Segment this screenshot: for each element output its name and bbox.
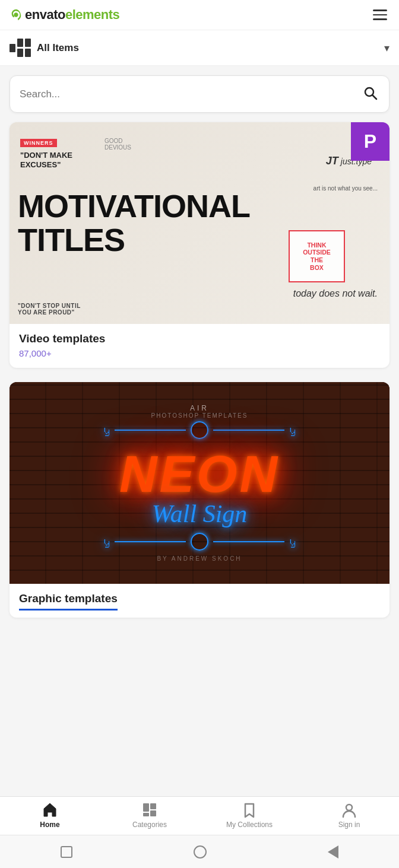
page-wrapper: envatoelements: [0, 0, 399, 724]
nav-my-collections-label: My Collections: [226, 821, 273, 829]
neon-curves-bottom: ꭚ ꭚ: [103, 533, 296, 551]
content-area: WINNERS "DON'T MAKEEXCUSES" Motivational…: [0, 122, 399, 691]
video-templates-title: Video templates: [19, 332, 380, 345]
menu-button[interactable]: [370, 7, 390, 23]
home-icon: [42, 802, 58, 818]
hamburger-line-2: [373, 14, 387, 16]
nav-categories-label: Categories: [132, 821, 167, 829]
bookmark-icon: [241, 802, 258, 818]
nav-home[interactable]: Home: [0, 802, 100, 829]
graphic-templates-image: AIR PHOTOSHOP TEMPLATES ꭚ ꭚ NEON Wal: [10, 382, 390, 584]
nav-sign-in-label: Sign in: [338, 821, 360, 829]
wall-sign-text: Wall Sign: [152, 500, 248, 528]
nav-my-collections[interactable]: My Collections: [200, 802, 299, 829]
svg-rect-3: [150, 803, 156, 809]
bottom-nav: Home Categories My Collections Sign in: [0, 796, 399, 835]
category-left: All Items: [10, 39, 79, 57]
neon-curves-top: ꭚ ꭚ: [103, 421, 296, 439]
home-button[interactable]: [194, 845, 207, 859]
blue-underline: [19, 609, 118, 611]
good-devious: GOODDEVIOUS: [104, 138, 131, 151]
envato-leaf-icon: [10, 8, 23, 21]
header: envatoelements: [0, 0, 399, 30]
back-button[interactable]: [328, 845, 338, 859]
air-logo: AIR PHOTOSHOP TEMPLATES: [151, 404, 248, 419]
svg-rect-5: [143, 813, 149, 816]
today-text: today does not wait.: [293, 288, 378, 299]
video-templates-count: 87,000+: [19, 348, 380, 358]
video-templates-card[interactable]: WINNERS "DON'T MAKEEXCUSES" Motivational…: [10, 122, 390, 368]
recent-apps-button[interactable]: [61, 846, 72, 858]
logo-elements-text: elements: [65, 7, 119, 22]
video-templates-info: Video templates 87,000+: [10, 324, 390, 368]
svg-rect-2: [143, 803, 149, 812]
art-text: art is not what you see...: [314, 185, 378, 192]
nav-home-label: Home: [40, 821, 59, 829]
search-icon: [363, 85, 378, 101]
square-icon: [61, 846, 72, 858]
nav-sign-in[interactable]: Sign in: [299, 802, 399, 829]
winners-tag: WINNERS: [20, 139, 57, 147]
circle-icon: [194, 845, 207, 859]
think-outside-box: THINKOUTSIDETHEBOX: [289, 230, 345, 282]
dont-stop-text: "DON'T STOP UNTILYOU ARE PROUD": [18, 303, 81, 316]
category-label: All Items: [37, 42, 79, 54]
logo: envatoelements: [10, 7, 119, 23]
search-container: [10, 75, 390, 113]
back-triangle-icon: [328, 845, 338, 859]
hamburger-line-1: [373, 9, 387, 11]
svg-point-6: [346, 805, 352, 810]
grid-icon: [10, 39, 31, 57]
author-text: BY ANDREW SKOCH: [157, 555, 242, 562]
nav-categories[interactable]: Categories: [100, 802, 200, 829]
category-bar[interactable]: All Items ▾: [0, 30, 399, 66]
graphic-templates-info: Graphic templates: [10, 584, 390, 618]
purple-p-box: P: [351, 122, 390, 161]
android-nav-bar: [0, 835, 399, 868]
graphic-templates-title: Graphic templates: [19, 592, 118, 605]
person-icon: [341, 802, 357, 818]
graphic-templates-card[interactable]: AIR PHOTOSHOP TEMPLATES ꭚ ꭚ NEON Wal: [10, 382, 390, 618]
logo-envato-text: envato: [25, 7, 65, 22]
svg-line-1: [373, 96, 377, 100]
dont-make-text: "DON'T MAKEEXCUSES": [20, 151, 72, 169]
video-templates-image: WINNERS "DON'T MAKEEXCUSES" Motivational…: [10, 122, 390, 324]
svg-rect-4: [150, 810, 156, 816]
search-button[interactable]: [362, 84, 379, 104]
search-input[interactable]: [20, 88, 362, 100]
neon-text: NEON: [119, 444, 280, 504]
motivational-titles-text: MotivationalTitles: [18, 189, 250, 256]
hamburger-line-3: [373, 18, 387, 20]
categories-icon: [141, 802, 158, 818]
chevron-down-icon: ▾: [384, 42, 390, 55]
